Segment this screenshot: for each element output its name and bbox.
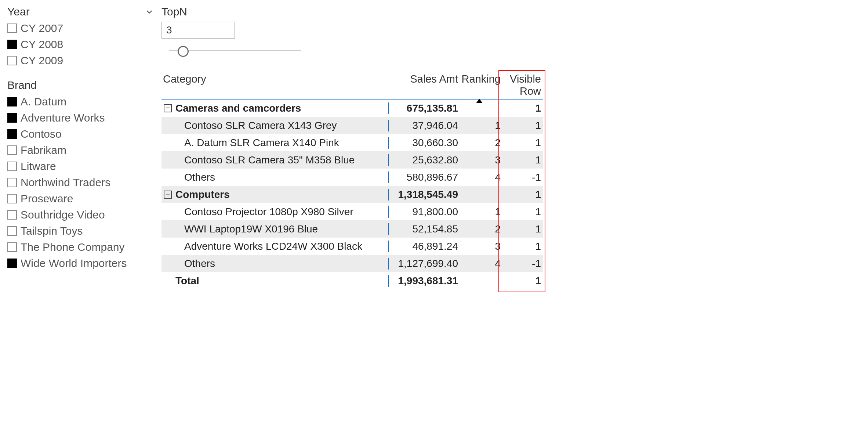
- checkbox-icon[interactable]: [7, 194, 17, 203]
- checkbox-icon[interactable]: [7, 145, 17, 155]
- brand-item-label: Northwind Traders: [21, 176, 110, 189]
- header-category[interactable]: Category: [161, 73, 389, 97]
- matrix-header-row: Category Sales Amt Ranking Visible Row: [161, 73, 543, 100]
- slider-thumb[interactable]: [178, 46, 189, 57]
- checkbox-icon[interactable]: [7, 40, 17, 49]
- checkbox-icon[interactable]: [7, 242, 17, 252]
- brand-item[interactable]: Fabrikam: [7, 142, 154, 158]
- brand-item[interactable]: Tailspin Toys: [7, 223, 154, 239]
- header-visible[interactable]: Visible Row: [501, 73, 543, 97]
- row-label: Others: [184, 171, 215, 183]
- matrix-data-row[interactable]: Contoso SLR Camera 35" M358 Blue25,632.8…: [161, 151, 543, 169]
- row-label: A. Datum SLR Camera X140 Pink: [184, 137, 339, 149]
- chevron-down-icon[interactable]: [145, 7, 154, 17]
- matrix-data-row[interactable]: Contoso Projector 1080p X980 Silver91,80…: [161, 203, 543, 220]
- brand-item-label: Contoso: [21, 128, 62, 140]
- cell-sales: 91,800.00: [389, 206, 458, 218]
- sort-ascending-icon: [476, 99, 483, 103]
- row-label: Computers: [175, 189, 230, 200]
- brand-item[interactable]: Contoso: [7, 126, 154, 142]
- checkbox-icon[interactable]: [7, 162, 17, 171]
- topn-slider[interactable]: [161, 44, 301, 58]
- matrix-data-row[interactable]: Others580,896.674-1: [161, 169, 543, 186]
- brand-item-label: A. Datum: [21, 95, 66, 108]
- topn-input[interactable]: 3: [161, 22, 235, 39]
- brand-item-label: Tailspin Toys: [21, 225, 83, 237]
- year-slicer-header[interactable]: Year: [7, 6, 154, 20]
- matrix-total-row: Total1,993,681.311: [161, 272, 543, 289]
- brand-slicer-title: Brand: [7, 79, 37, 91]
- brand-item-label: Wide World Importers: [21, 257, 127, 270]
- year-item-label: CY 2007: [21, 22, 63, 35]
- matrix-data-row[interactable]: Others1,127,699.404-1: [161, 255, 543, 272]
- brand-item[interactable]: A. Datum: [7, 94, 154, 110]
- brand-item[interactable]: The Phone Company: [7, 239, 154, 255]
- cell-sales: 30,660.30: [389, 137, 458, 149]
- cell-sales: 52,154.85: [389, 223, 458, 235]
- matrix-data-row[interactable]: WWI Laptop19W X0196 Blue52,154.8521: [161, 220, 543, 238]
- row-label: Others: [184, 258, 215, 270]
- cell-visible: 1: [501, 206, 543, 218]
- cell-sales: 675,135.81: [389, 102, 458, 114]
- cell-visible: 1: [501, 241, 543, 252]
- brand-item[interactable]: Litware: [7, 158, 154, 174]
- brand-item[interactable]: Proseware: [7, 191, 154, 207]
- cell-ranking: 1: [458, 120, 501, 131]
- cell-visible: 1: [501, 154, 543, 166]
- cell-visible: 1: [501, 102, 543, 114]
- total-label: Total: [175, 275, 199, 287]
- year-item[interactable]: CY 2008: [7, 36, 154, 53]
- cell-ranking: 4: [458, 171, 501, 183]
- year-item[interactable]: CY 2009: [7, 53, 154, 69]
- brand-item-label: Litware: [21, 160, 56, 173]
- cell-ranking: 2: [458, 137, 501, 149]
- brand-item-label: Adventure Works: [21, 112, 105, 124]
- cell-visible: 1: [501, 137, 543, 149]
- checkbox-icon[interactable]: [7, 129, 17, 139]
- year-slicer-items: CY 2007CY 2008CY 2009: [7, 20, 154, 69]
- header-ranking[interactable]: Ranking: [458, 73, 501, 97]
- row-label: Contoso Projector 1080p X980 Silver: [184, 206, 353, 218]
- cell-ranking: 4: [458, 258, 501, 270]
- year-item-label: CY 2008: [21, 38, 63, 51]
- collapse-icon[interactable]: −: [164, 191, 172, 199]
- checkbox-icon[interactable]: [7, 56, 17, 65]
- checkbox-icon[interactable]: [7, 113, 17, 123]
- year-item-label: CY 2009: [21, 54, 63, 67]
- brand-item[interactable]: Northwind Traders: [7, 174, 154, 191]
- cell-sales: 37,946.04: [389, 120, 458, 131]
- topn-label: TopN: [161, 6, 861, 18]
- brand-item[interactable]: Southridge Video: [7, 207, 154, 223]
- header-sales[interactable]: Sales Amt: [389, 73, 458, 97]
- brand-item[interactable]: Adventure Works: [7, 110, 154, 126]
- cell-sales: 1,318,545.49: [389, 189, 458, 200]
- brand-slicer-header[interactable]: Brand: [7, 79, 154, 94]
- matrix-data-row[interactable]: A. Datum SLR Camera X140 Pink30,660.3021: [161, 134, 543, 151]
- cell-visible: 1: [501, 189, 543, 200]
- cell-ranking: 1: [458, 206, 501, 218]
- row-label: WWI Laptop19W X0196 Blue: [184, 223, 318, 235]
- cell-visible: -1: [501, 258, 543, 270]
- row-label: Contoso SLR Camera X143 Grey: [184, 120, 337, 131]
- matrix-group-row[interactable]: −Cameras and camcorders675,135.811: [161, 100, 543, 117]
- checkbox-icon[interactable]: [7, 97, 17, 106]
- matrix-data-row[interactable]: Contoso SLR Camera X143 Grey37,946.0411: [161, 117, 543, 134]
- brand-item[interactable]: Wide World Importers: [7, 255, 154, 271]
- cell-visible: 1: [501, 120, 543, 131]
- cell-sales: 1,127,699.40: [389, 258, 458, 270]
- cell-sales: 580,896.67: [389, 171, 458, 183]
- matrix-data-row[interactable]: Adventure Works LCD24W X300 Black46,891.…: [161, 238, 543, 255]
- matrix-group-row[interactable]: −Computers1,318,545.491: [161, 186, 543, 203]
- row-label: Cameras and camcorders: [175, 102, 301, 114]
- checkbox-icon[interactable]: [7, 259, 17, 268]
- collapse-icon[interactable]: −: [164, 104, 172, 112]
- year-slicer-title: Year: [7, 6, 30, 18]
- checkbox-icon[interactable]: [7, 226, 17, 236]
- year-item[interactable]: CY 2007: [7, 20, 154, 36]
- brand-item-label: Proseware: [21, 192, 73, 205]
- cell-sales: 1,993,681.31: [389, 275, 458, 287]
- checkbox-icon[interactable]: [7, 210, 17, 220]
- checkbox-icon[interactable]: [7, 24, 17, 33]
- row-label: Adventure Works LCD24W X300 Black: [184, 241, 362, 252]
- checkbox-icon[interactable]: [7, 178, 17, 187]
